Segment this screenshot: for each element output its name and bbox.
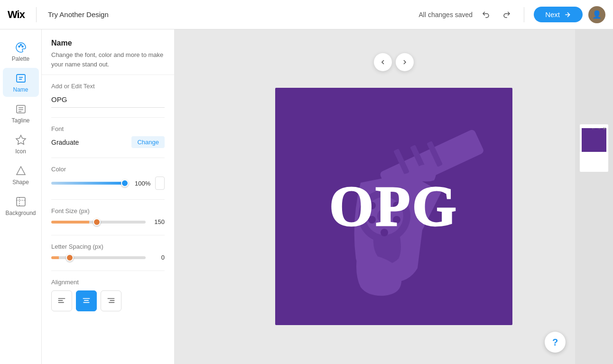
font-size-section: Font Size (px) 150 — [51, 207, 165, 225]
undo-button[interactable] — [478, 7, 493, 22]
svg-rect-14 — [58, 300, 63, 301]
font-size-value: 150 — [150, 218, 165, 225]
svg-rect-21 — [109, 302, 115, 303]
svg-rect-19 — [108, 298, 115, 299]
letter-spacing-row: 0 — [51, 254, 165, 261]
header-center: All changes saved Next 👤 — [419, 6, 605, 23]
right-preview: ←→✕ — [575, 29, 613, 364]
svg-rect-3 — [17, 75, 25, 82]
alignment-section: Alignment — [51, 279, 165, 311]
align-right-button[interactable] — [101, 290, 121, 311]
alignment-buttons — [51, 290, 165, 311]
color-label: Color — [51, 166, 165, 173]
settings-panel: Name Change the font, color and more to … — [42, 29, 175, 364]
wix-logo: Wix — [8, 9, 25, 21]
next-design-button[interactable] — [396, 53, 414, 71]
sidebar-item-shape-label: Shape — [12, 179, 29, 186]
color-swatch[interactable] — [155, 177, 165, 190]
header-logo: Wix Try Another Design — [8, 7, 109, 22]
sidebar-item-tagline[interactable]: Tagline — [3, 99, 39, 128]
svg-rect-15 — [58, 302, 65, 303]
svg-marker-11 — [17, 167, 25, 175]
divider-2 — [51, 158, 165, 158]
font-size-row: 150 — [51, 218, 165, 225]
svg-point-2 — [20, 44, 21, 46]
svg-rect-20 — [110, 300, 115, 301]
letter-spacing-section: Letter Spacing (px) 0 — [51, 243, 165, 261]
align-center-button[interactable] — [76, 290, 97, 311]
panel-title: Name — [51, 39, 165, 47]
svg-rect-17 — [84, 300, 89, 301]
preview-card: ←→✕ — [580, 124, 608, 172]
color-pct-label: 100% — [133, 180, 150, 187]
align-left-button[interactable] — [51, 290, 72, 311]
svg-rect-13 — [58, 298, 65, 299]
color-row: 100% — [51, 177, 165, 190]
panel-description: Change the font, color and more to make … — [51, 50, 165, 69]
svg-rect-18 — [83, 302, 89, 303]
sidebar-item-name[interactable]: Name — [3, 68, 39, 97]
svg-rect-16 — [83, 298, 90, 299]
save-status: All changes saved — [419, 11, 473, 19]
prev-design-button[interactable] — [374, 53, 392, 71]
redo-button[interactable] — [499, 7, 514, 22]
preview-card-inner — [582, 128, 606, 152]
divider-5 — [51, 271, 165, 271]
panel-header: Name Change the font, color and more to … — [42, 29, 174, 75]
color-opacity-slider[interactable] — [51, 182, 129, 185]
font-row: Graduate Change — [51, 136, 165, 148]
sidebar-item-name-label: Name — [13, 86, 28, 93]
svg-point-1 — [22, 46, 23, 47]
logo-card: OPG — [275, 88, 512, 325]
sidebar-item-palette-label: Palette — [12, 56, 29, 62]
help-button[interactable]: ? — [545, 332, 566, 353]
letter-spacing-value: 0 — [150, 254, 165, 261]
sidebar-item-shape[interactable]: Shape — [3, 160, 39, 189]
icon-sidebar: Palette Name Tagline Icon — [0, 29, 42, 364]
preview-arrows: ←→✕ — [591, 126, 606, 131]
text-section: Add or Edit Text — [51, 83, 165, 108]
sidebar-item-background-label: Background — [5, 210, 36, 216]
letter-spacing-label: Letter Spacing (px) — [51, 243, 165, 250]
sidebar-item-icon-label: Icon — [15, 148, 26, 155]
header-title: Try Another Design — [48, 10, 109, 19]
font-section: Font Graduate Change — [51, 125, 165, 148]
sidebar-item-tagline-label: Tagline — [11, 117, 29, 124]
alignment-label: Alignment — [51, 279, 165, 286]
user-avatar[interactable]: 👤 — [588, 6, 605, 23]
name-text-input[interactable] — [51, 93, 165, 108]
nav-arrows — [374, 53, 414, 71]
next-button[interactable]: Next — [534, 7, 583, 22]
svg-marker-10 — [16, 135, 26, 144]
panel-content: Add or Edit Text Font Graduate Change Co… — [42, 75, 174, 364]
header-divider — [36, 7, 37, 22]
divider-4 — [51, 235, 165, 235]
canvas-area: OPG ←→✕ ? — [175, 29, 613, 364]
change-font-button[interactable]: Change — [131, 136, 165, 148]
sidebar-item-icon[interactable]: Icon — [3, 130, 39, 159]
svg-point-0 — [19, 46, 20, 47]
color-section: Color 100% — [51, 166, 165, 190]
font-size-slider[interactable] — [51, 221, 146, 224]
add-edit-text-label: Add or Edit Text — [51, 83, 165, 90]
sidebar-item-background[interactable]: Background — [3, 191, 39, 220]
logo-text: OPG — [329, 174, 458, 239]
font-label: Font — [51, 125, 165, 132]
font-size-label: Font Size (px) — [51, 207, 165, 215]
divider-3 — [51, 199, 165, 200]
header-separator — [524, 7, 524, 22]
sidebar-item-palette[interactable]: Palette — [3, 37, 39, 66]
font-name-display: Graduate — [51, 139, 79, 146]
main-layout: Palette Name Tagline Icon — [0, 29, 613, 364]
svg-rect-12 — [17, 197, 25, 206]
header: Wix Try Another Design All changes saved… — [0, 0, 613, 29]
letter-spacing-slider[interactable] — [51, 256, 146, 259]
divider-1 — [51, 117, 165, 118]
